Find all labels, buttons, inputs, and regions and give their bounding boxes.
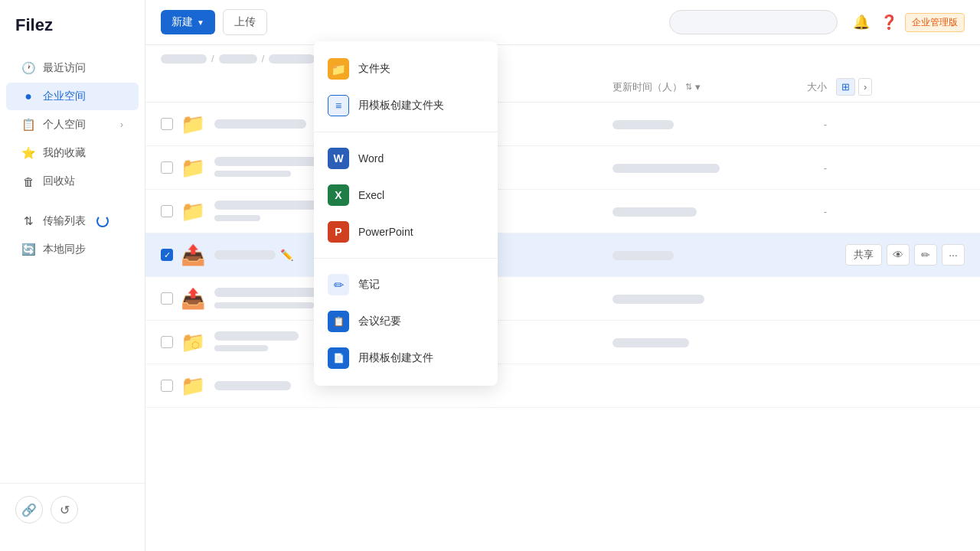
checkbox-el[interactable]	[161, 161, 173, 174]
update-val	[612, 161, 766, 174]
help-icon[interactable]: ❓	[880, 14, 897, 31]
checkbox-el[interactable]	[161, 380, 173, 392]
sidebar-sync-label: 本地同步	[43, 243, 86, 256]
checkbox-checked[interactable]: ✓	[161, 249, 173, 261]
table-row[interactable]: 📤 🔒	[145, 277, 980, 321]
checkbox-el[interactable]	[161, 336, 173, 348]
row-checkbox[interactable]: ✓	[161, 249, 179, 261]
chevron-right-icon: ›	[120, 119, 123, 130]
row-checkbox[interactable]	[161, 205, 179, 217]
update-text	[612, 295, 704, 304]
toolbar-icons: 🔔 ❓	[853, 14, 897, 31]
edit-inline-icon[interactable]: ✏️	[280, 249, 293, 261]
table-row[interactable]: 📁	[145, 364, 980, 408]
sync-icon: 🔄	[21, 243, 35, 256]
col-actions-header: ⊞ ›	[827, 78, 965, 96]
list-header: 更新时间（人） ⇅ ▾ 大小 ⊞ ›	[145, 72, 980, 103]
update-text	[612, 164, 720, 173]
refresh-button[interactable]: ↺	[51, 496, 78, 523]
grid-view-btn[interactable]: ⊞	[836, 78, 855, 96]
dropdown-item-template-folder[interactable]: ≡ 用模板创建文件夹	[314, 87, 498, 124]
sidebar-item-transfer[interactable]: ⇅ 传输列表	[6, 207, 139, 235]
update-val	[612, 205, 766, 217]
more-button[interactable]: ···	[942, 244, 965, 266]
dropdown-item-meeting[interactable]: 📋 会议纪要	[314, 303, 498, 340]
sidebar-item-label: 回收站	[43, 174, 75, 188]
template-folder-label: 用模板创建文件夹	[358, 99, 444, 112]
table-row[interactable]: 📁⬡	[145, 321, 980, 364]
sidebar-item-favorites[interactable]: ⭐ 我的收藏	[6, 139, 139, 167]
table-row[interactable]: ✓ 📤 ✏️ 共享 👁 ✏ ···	[145, 233, 980, 277]
row-checkbox[interactable]	[161, 161, 179, 174]
sidebar-item-personal[interactable]: 📋 个人空间 ›	[6, 111, 139, 139]
share-button[interactable]: 共享	[845, 244, 882, 266]
dropdown-item-template-file[interactable]: 📄 用模板创建文件	[314, 340, 498, 377]
template-file-label: 用模板创建文件	[358, 351, 433, 365]
edit-button[interactable]: ✏	[914, 244, 937, 266]
checkbox-el[interactable]	[161, 292, 173, 305]
notification-icon[interactable]: 🔔	[853, 14, 870, 31]
dropdown-divider	[314, 132, 498, 132]
table-row[interactable]: 📁 -	[145, 103, 980, 146]
size-val: -	[766, 119, 827, 130]
preview-button[interactable]: 👁	[887, 244, 910, 266]
checkbox-el[interactable]	[161, 205, 173, 217]
note-label: 笔记	[358, 278, 380, 292]
meeting-label: 会议纪要	[358, 315, 401, 328]
file-name-text	[214, 331, 299, 341]
toolbar: 新建 ▼ 上传 🔍 🔔 ❓ 企业管理版	[145, 0, 980, 45]
file-list: 📁 - 📁 - 📁	[145, 103, 980, 551]
ppt-icon: P	[328, 221, 349, 243]
sidebar-item-enterprise[interactable]: ● 企业空间	[6, 83, 139, 110]
enterprise-icon: ●	[21, 90, 35, 103]
search-input[interactable]	[669, 10, 838, 34]
search-wrap: 🔍	[669, 10, 838, 34]
breadcrumb-root[interactable]	[161, 54, 207, 64]
breadcrumb: / / /	[145, 45, 980, 72]
folder-icon: 📁	[179, 110, 207, 138]
sidebar-item-trash[interactable]: 🗑 回收站	[6, 168, 139, 195]
checkbox-el[interactable]	[161, 118, 173, 130]
table-row[interactable]: 📁 🔒 -	[145, 190, 980, 233]
row-checkbox[interactable]	[161, 380, 179, 392]
update-text	[612, 120, 674, 129]
view-toggle: ⊞ ›	[836, 78, 965, 96]
sidebar-item-sync[interactable]: 🔄 本地同步	[6, 236, 139, 263]
star-icon: ⭐	[21, 146, 35, 160]
sidebar-item-recent[interactable]: 🕐 最近访问	[6, 54, 139, 82]
row-checkbox[interactable]	[161, 336, 179, 348]
breadcrumb-level1[interactable]	[219, 54, 257, 64]
dropdown-menu: 📁 文件夹 ≡ 用模板创建文件夹 W Word X Execl P PowerP…	[314, 41, 498, 386]
folder-icon: 📤	[179, 285, 207, 312]
sidebar-footer: 🔗 ↺	[0, 483, 145, 536]
breadcrumb-level2[interactable]	[269, 54, 315, 64]
new-button[interactable]: 新建 ▼	[161, 10, 215, 34]
transfer-icon: ⇅	[21, 214, 35, 228]
sort-icon: ⇅	[685, 82, 692, 92]
col-update-header[interactable]: 更新时间（人） ⇅ ▾	[612, 80, 766, 94]
dropdown-item-word[interactable]: W Word	[314, 140, 498, 177]
dropdown-item-folder[interactable]: 📁 文件夹	[314, 51, 498, 87]
row-checkbox[interactable]	[161, 118, 179, 130]
dropdown-item-excel[interactable]: X Execl	[314, 177, 498, 214]
dropdown-section-notes: ✏ 笔记 📋 会议纪要 📄 用模板创建文件	[314, 263, 498, 380]
folder-menu-icon: 📁	[328, 58, 349, 80]
file-sub-text	[214, 215, 260, 221]
row-checkbox[interactable]	[161, 292, 179, 305]
dropdown-item-ppt[interactable]: P PowerPoint	[314, 214, 498, 250]
upload-button[interactable]: 上传	[223, 9, 267, 35]
table-row[interactable]: 📁 -	[145, 146, 980, 190]
update-val	[612, 249, 766, 261]
update-text	[612, 251, 674, 260]
app-logo: Filez	[0, 15, 145, 54]
sidebar-item-label: 个人空间	[43, 118, 86, 132]
personal-icon: 📋	[21, 118, 35, 132]
excel-label: Execl	[358, 189, 384, 201]
list-view-btn[interactable]: ›	[858, 78, 872, 96]
trash-icon: 🗑	[21, 175, 35, 188]
folder-label: 文件夹	[358, 62, 390, 76]
link-button[interactable]: 🔗	[15, 496, 43, 523]
dropdown-item-note[interactable]: ✏ 笔记	[314, 266, 498, 303]
update-text	[612, 207, 697, 217]
sidebar: Filez 🕐 最近访问 ● 企业空间 📋 个人空间 › ⭐ 我的收藏 🗑 回收…	[0, 0, 145, 551]
